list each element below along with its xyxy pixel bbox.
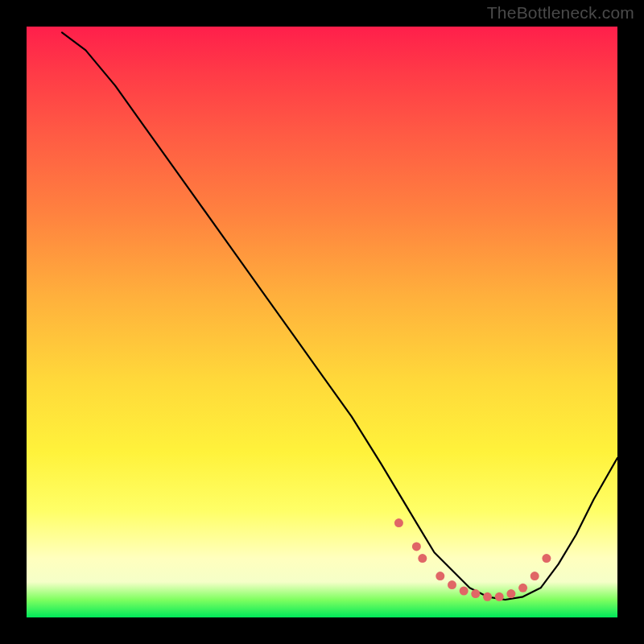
plot-area (27, 27, 617, 617)
svg-point-5 (460, 587, 469, 596)
chart-container: TheBottleneck.com (0, 0, 644, 644)
svg-point-1 (412, 542, 421, 551)
chart-overlay-svg (27, 27, 617, 617)
svg-point-10 (518, 584, 527, 592)
svg-point-4 (448, 580, 456, 589)
svg-point-0 (394, 518, 403, 527)
svg-point-7 (483, 592, 492, 601)
svg-point-12 (542, 554, 551, 563)
curve-line (62, 32, 617, 600)
svg-point-2 (418, 554, 427, 563)
svg-point-11 (530, 572, 539, 580)
svg-point-9 (506, 589, 515, 598)
watermark-text: TheBottleneck.com (487, 3, 634, 23)
svg-point-8 (495, 592, 504, 601)
svg-point-3 (436, 572, 444, 580)
svg-point-6 (471, 589, 480, 598)
